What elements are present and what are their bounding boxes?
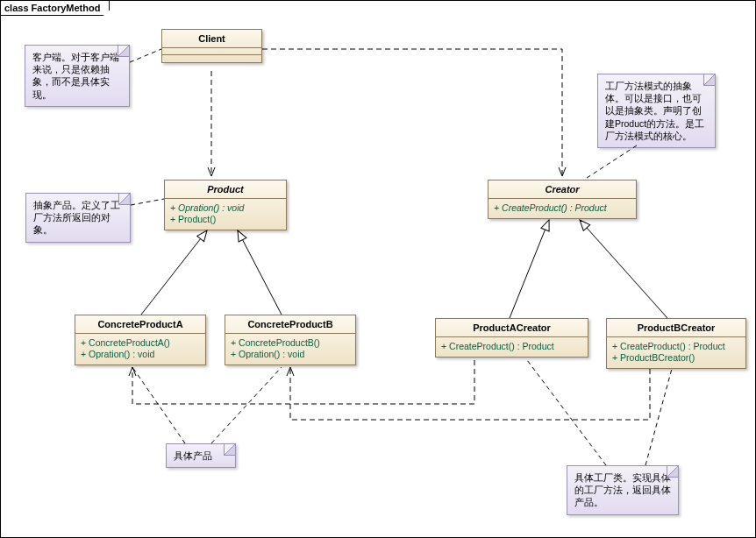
class-title: ProductACreator (436, 319, 588, 337)
class-title: ProductBCreator (607, 319, 745, 337)
svg-line-6 (131, 199, 164, 205)
svg-line-2 (238, 230, 282, 315)
frame-label: class FactoryMethod (1, 1, 110, 16)
class-title: Creator (489, 181, 636, 199)
class-product-b-creator: ProductBCreator + CreateProduct() : Prod… (606, 318, 746, 369)
class-members: + CreateProduct() : Product + ProductBCr… (607, 337, 745, 368)
svg-line-4 (580, 220, 667, 318)
note-concrete-products: 具体产品 (166, 443, 236, 468)
class-title: ConcreteProductA (75, 315, 205, 334)
class-product: Product + Opration() : void + Product() (164, 180, 287, 230)
class-members: + Opration() : void + Product() (165, 199, 286, 230)
svg-line-10 (527, 360, 606, 465)
class-members: + CreateProduct() : Product (489, 199, 636, 218)
class-title: Client (162, 30, 261, 48)
class-client: Client (161, 29, 262, 63)
svg-line-7 (584, 145, 637, 180)
class-members: + CreateProduct() : Product (436, 337, 588, 357)
svg-line-9 (211, 367, 282, 443)
svg-line-3 (510, 220, 549, 318)
note-client: 客户端。对于客户端来说，只是依赖抽象，而不是具体实现。 (25, 45, 130, 107)
svg-line-11 (645, 369, 672, 465)
class-creator: Creator + CreateProduct() : Product (488, 180, 637, 219)
note-product: 抽象产品。定义了工厂方法所返回的对象。 (25, 193, 131, 243)
note-concrete-factories: 具体工厂类。实现具体的工厂方法，返回具体产品。 (567, 465, 679, 515)
svg-line-1 (141, 230, 207, 315)
class-concrete-product-a: ConcreteProductA + ConcreteProductA() + … (75, 315, 206, 365)
svg-line-8 (132, 367, 185, 443)
diagram-frame: class FactoryMethod 客户端。对于客户端来说，只是依赖抽象，而… (0, 0, 756, 538)
class-title: ConcreteProductB (225, 315, 355, 334)
class-title: Product (165, 181, 286, 199)
note-creator: 工厂方法模式的抽象体。可以是接口，也可以是抽象类。声明了创建Product的方法… (597, 74, 716, 148)
class-members: + ConcreteProductA() + Opration() : void (75, 334, 205, 365)
class-product-a-creator: ProductACreator + CreateProduct() : Prod… (435, 318, 588, 357)
class-concrete-product-b: ConcreteProductB + ConcreteProductB() + … (225, 315, 356, 365)
class-members: + ConcreteProductB() + Opration() : void (225, 334, 355, 365)
svg-line-5 (130, 49, 161, 62)
